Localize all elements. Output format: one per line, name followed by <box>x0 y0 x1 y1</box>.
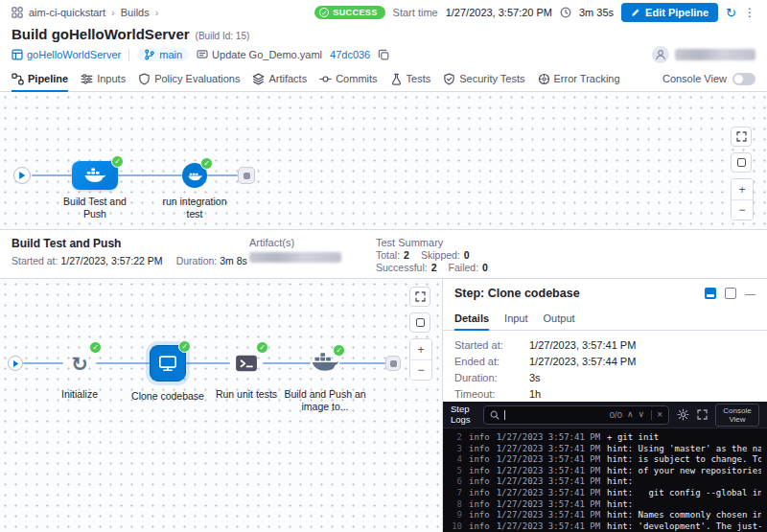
step-node-run-unit-tests[interactable]: ✓ <box>230 347 263 380</box>
clock-icon <box>560 7 571 18</box>
refresh-icon[interactable]: ↻ <box>726 7 736 19</box>
step-node-run-integration-test[interactable]: ✓ <box>182 163 207 188</box>
log-message: hint: 'development'. The just-created b <box>607 521 761 532</box>
tab-policy-evaluations[interactable]: Policy Evaluations <box>138 66 240 91</box>
success-check-icon: ✓ <box>333 344 345 357</box>
zoom-controls: + − <box>731 178 754 220</box>
repo-link[interactable]: goHelloWorldServer <box>12 49 121 60</box>
copy-icon[interactable] <box>378 49 389 60</box>
tab-security-tests[interactable]: Security Tests <box>443 66 524 91</box>
log-timestamp: 1/27/2023 3:57:41 PM <box>497 521 600 532</box>
expand-canvas-button[interactable] <box>409 287 430 307</box>
log-search-input[interactable]: 0/0 ∧ ∨ × <box>483 405 669 425</box>
success-check-icon: ✓ <box>111 155 124 168</box>
log-line: 10info1/27/2023 3:57:41 PMhint: 'develop… <box>449 521 761 532</box>
duration-label: Duration: <box>176 255 218 266</box>
project-switcher-icon[interactable] <box>12 7 23 18</box>
breadcrumb-project[interactable]: aim-ci-quickstart <box>29 7 105 18</box>
search-next-icon[interactable]: ∨ <box>639 410 645 419</box>
log-message: hint: git config --global init.defaul <box>607 488 761 499</box>
status-badge: ✓ SUCCESS <box>314 6 384 19</box>
step-details-panel: Step: Clone codebase — Details Input Out… <box>443 279 767 532</box>
zoom-in-button[interactable]: + <box>410 339 431 359</box>
pipeline-icon <box>12 73 24 85</box>
tab-artifacts[interactable]: Artifacts <box>252 66 307 91</box>
successful-label: Successful: <box>376 262 428 274</box>
kebab-menu-icon[interactable]: ⋮ <box>744 7 755 18</box>
minimize-panel-icon[interactable]: — <box>745 289 755 299</box>
run-duration-value: 3m 35s <box>579 7 614 18</box>
commits-icon <box>319 73 332 85</box>
tab-inputs[interactable]: Inputs <box>81 66 126 91</box>
tab-input[interactable]: Input <box>504 306 527 330</box>
search-prev-icon[interactable]: ∧ <box>627 410 634 419</box>
execution-graph-canvas[interactable]: ↻ ✓ ✓ ✓ ✓ Init <box>0 279 443 532</box>
breadcrumb-builds[interactable]: Builds <box>121 7 150 18</box>
step-node-label: Clone codebase <box>129 390 206 403</box>
fit-view-button[interactable] <box>731 152 752 173</box>
console-view-toggle[interactable] <box>732 73 755 85</box>
step-node-build-and-push[interactable]: ✓ <box>311 350 339 375</box>
stage-node-build-test-and-push[interactable]: ✓ <box>72 161 118 190</box>
status-text: SUCCESS <box>333 8 377 17</box>
stage-graph-canvas[interactable]: ✓ ✓ Build Test and Push run integration … <box>0 92 767 229</box>
log-line: 4info1/27/2023 3:57:41 PMhint: is subjec… <box>449 454 761 466</box>
log-output[interactable]: 2info1/27/2023 3:57:41 PM+ git init 3inf… <box>443 428 767 532</box>
log-line: 7info1/27/2023 3:57:41 PMhint: git confi… <box>449 488 761 499</box>
step-panel-tabs: Details Input Output <box>443 306 767 331</box>
tests-icon <box>390 73 403 85</box>
console-view-toggle-group: Console View <box>662 66 755 91</box>
error-tracking-icon <box>538 73 550 85</box>
log-timestamp: 1/27/2023 3:57:41 PM <box>497 476 600 488</box>
graph-link <box>263 362 311 364</box>
log-panel-title: Step Logs <box>451 405 476 425</box>
log-line: 3info1/27/2023 3:57:41 PMhint: Using 'ma… <box>449 444 761 455</box>
success-check-icon: ✓ <box>256 341 268 354</box>
total-value: 2 <box>404 249 409 262</box>
tab-commits[interactable]: Commits <box>319 66 377 91</box>
step-node-clone-codebase[interactable]: ✓ <box>150 345 186 382</box>
branch-link[interactable]: main <box>137 48 189 61</box>
detail-label: Timeout: <box>454 388 529 400</box>
docker-whale-icon <box>84 168 105 183</box>
terminal-icon <box>235 354 258 373</box>
log-line-number: 2 <box>449 432 462 444</box>
zoom-out-button[interactable]: − <box>410 359 431 380</box>
started-at-label: Started at: <box>12 255 58 266</box>
tab-label: Error Tracking <box>554 73 620 84</box>
log-toolbar: Step Logs 0/0 ∧ ∨ × <box>443 402 767 428</box>
log-panel: Step Logs 0/0 ∧ ∨ × <box>443 402 767 532</box>
graph-link <box>96 362 150 364</box>
log-level: info <box>469 444 490 455</box>
tab-error-tracking[interactable]: Error Tracking <box>538 66 620 91</box>
log-fullscreen-icon[interactable] <box>697 409 708 420</box>
console-view-button[interactable]: Console View <box>715 404 759 427</box>
zoom-out-button[interactable]: − <box>732 199 753 220</box>
log-timestamp: 1/27/2023 3:57:41 PM <box>497 510 600 521</box>
commit-sha-link[interactable]: 47dc036 <box>330 49 370 60</box>
tab-label: Artifacts <box>268 73 307 84</box>
step-node-label: Build and Push an image to... <box>283 388 367 413</box>
step-panel-title: Step: Clone codebase <box>454 287 580 300</box>
tab-output[interactable]: Output <box>544 306 575 330</box>
detail-value: 1h <box>529 388 541 400</box>
tab-tests[interactable]: Tests <box>390 66 431 91</box>
graph-link <box>118 174 182 176</box>
fit-view-button[interactable] <box>409 312 430 333</box>
expand-canvas-button[interactable] <box>731 127 752 147</box>
zoom-in-button[interactable]: + <box>732 179 753 199</box>
redacted-artifact-value <box>249 252 341 263</box>
tab-pipeline[interactable]: Pipeline <box>12 66 68 91</box>
search-close-icon[interactable]: × <box>651 410 662 420</box>
artifacts-column: Artifact(s) <box>249 237 341 271</box>
full-pane-layout-icon[interactable] <box>725 288 736 299</box>
log-settings-gear-icon[interactable] <box>677 408 689 421</box>
step-node-label: Run unit tests <box>208 388 285 401</box>
play-icon <box>18 171 26 180</box>
bottom-pane-layout-icon[interactable] <box>705 288 716 299</box>
detail-value: 1/27/2023, 3:57:44 PM <box>529 356 636 367</box>
step-node-initialize[interactable]: ↻ ✓ <box>63 347 96 380</box>
stage-summary: Build Test and Push Started at: 1/27/202… <box>12 237 215 271</box>
tab-details[interactable]: Details <box>454 306 489 330</box>
edit-pipeline-button[interactable]: Edit Pipeline <box>621 3 718 22</box>
